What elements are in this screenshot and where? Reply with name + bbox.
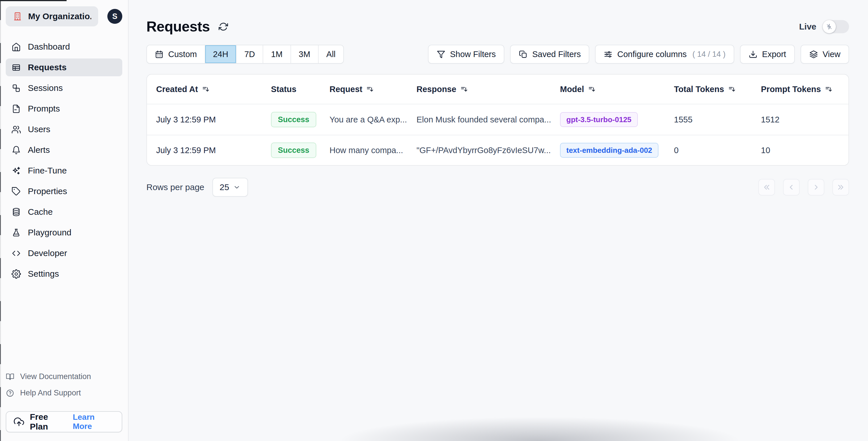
- time-range-7d[interactable]: 7D: [237, 45, 263, 63]
- refresh-icon: [218, 22, 228, 32]
- view-button[interactable]: View: [801, 45, 849, 64]
- sliders-icon: [603, 50, 613, 59]
- live-toggle-group: Live: [799, 20, 849, 33]
- time-range-24h[interactable]: 24H: [205, 45, 237, 63]
- zap-off-icon: [826, 23, 833, 30]
- column-header-request[interactable]: Request: [330, 84, 416, 94]
- model-badge: text-embedding-ada-002: [560, 143, 658, 158]
- chevron-down-icon: [233, 183, 241, 191]
- saved-filters-button[interactable]: Saved Filters: [510, 45, 589, 64]
- sort-icon: [825, 86, 833, 93]
- sort-icon: [728, 86, 736, 93]
- sort-icon: [588, 86, 596, 93]
- sidebar-item-prompts[interactable]: Prompts: [6, 100, 122, 117]
- pagination-row: Rows per page 25: [146, 178, 849, 197]
- response-cell: "GF+/PAvdYbyrrGo8yFz6vIeSU7w...: [416, 146, 560, 155]
- time-range-all[interactable]: All: [319, 45, 343, 63]
- chevron-right-icon: [812, 183, 820, 191]
- view-documentation-link[interactable]: View Documentation: [6, 372, 122, 381]
- status-badge: Success: [271, 112, 316, 127]
- avatar[interactable]: S: [107, 9, 122, 24]
- sidebar-item-cache[interactable]: Cache: [6, 203, 122, 221]
- sidebar-item-properties[interactable]: Properties: [6, 182, 122, 200]
- chevron-left-icon: [787, 183, 795, 191]
- time-range-custom[interactable]: Custom: [147, 45, 205, 63]
- time-range-1m[interactable]: 1M: [263, 45, 291, 63]
- sidebar-item-users[interactable]: Users: [6, 121, 122, 138]
- sidebar-item-sessions[interactable]: Sessions: [6, 79, 122, 97]
- sidebar-item-label: Settings: [28, 269, 59, 279]
- tag-icon: [11, 186, 21, 196]
- org-header: My Organizatio... S: [6, 6, 122, 26]
- column-header-total-tokens[interactable]: Total Tokens: [674, 84, 761, 94]
- live-label: Live: [799, 22, 816, 32]
- status-cell: Success: [271, 112, 330, 127]
- org-switcher[interactable]: My Organizatio...: [6, 6, 98, 26]
- prompt-tokens-cell: 1512: [761, 115, 839, 125]
- table-actions: Show Filters Saved Filters Configure col…: [428, 45, 849, 64]
- learn-more-link[interactable]: Learn More: [73, 413, 114, 431]
- time-range-label: Custom: [168, 49, 197, 59]
- refresh-button[interactable]: [218, 22, 228, 32]
- column-header-model[interactable]: Model: [560, 84, 674, 94]
- column-header-status[interactable]: Status: [271, 84, 330, 94]
- sidebar-item-settings[interactable]: Settings: [6, 265, 122, 283]
- export-button[interactable]: Export: [740, 45, 795, 64]
- download-icon: [749, 50, 757, 59]
- plan-name: Free Plan: [30, 412, 67, 432]
- book-open-icon: [6, 372, 14, 381]
- sidebar-item-label: Sessions: [28, 83, 63, 93]
- sidebar-item-label: Playground: [28, 228, 71, 237]
- flask-icon: [11, 228, 21, 237]
- model-cell: gpt-3.5-turbo-0125: [560, 112, 674, 127]
- created-at-cell: July 3 12:59 PM: [156, 115, 271, 125]
- sidebar-item-requests[interactable]: Requests: [6, 59, 122, 76]
- bell-icon: [11, 145, 21, 155]
- chevrons-left-icon: [763, 183, 771, 191]
- screen-edge-artifact-top: [0, 0, 67, 1]
- previous-page-button[interactable]: [783, 179, 800, 196]
- sidebar-item-label: Alerts: [28, 145, 50, 155]
- table-header-row: Created At Status Request Response Model…: [147, 74, 848, 104]
- configure-columns-button[interactable]: Configure columns ( 14 / 14 ): [595, 45, 734, 64]
- title-row: Requests Live: [146, 19, 849, 35]
- response-cell: Elon Musk founded several compa...: [416, 115, 560, 125]
- prompt-tokens-cell: 10: [761, 146, 839, 155]
- sidebar-item-developer[interactable]: Developer: [6, 244, 122, 262]
- sidebar-item-label: Developer: [28, 248, 67, 258]
- live-toggle[interactable]: [823, 20, 849, 33]
- request-cell: You are a Q&A exp...: [330, 115, 416, 125]
- sidebar: My Organizatio... S Dashboard Requests S…: [0, 0, 129, 441]
- rows-per-page-select[interactable]: 25: [212, 178, 248, 197]
- sidebar-item-alerts[interactable]: Alerts: [6, 141, 122, 159]
- first-page-button[interactable]: [758, 179, 775, 196]
- table-row[interactable]: July 3 12:59 PM Success How many compa..…: [147, 135, 848, 165]
- column-header-prompt-tokens[interactable]: Prompt Tokens: [761, 84, 839, 94]
- sidebar-item-dashboard[interactable]: Dashboard: [6, 38, 122, 56]
- time-range-segmented-control: Custom 24H 7D 1M 3M All: [146, 45, 344, 64]
- document-icon: [11, 104, 21, 113]
- time-range-3m[interactable]: 3M: [291, 45, 319, 63]
- requests-table: Created At Status Request Response Model…: [146, 74, 849, 166]
- sort-icon: [366, 86, 374, 93]
- rows-per-page-value: 25: [220, 182, 229, 192]
- sort-icon: [202, 86, 210, 93]
- status-cell: Success: [271, 142, 330, 158]
- model-badge: gpt-3.5-turbo-0125: [560, 112, 638, 127]
- show-filters-button[interactable]: Show Filters: [428, 45, 505, 64]
- window-bottom-shadow: [312, 415, 817, 441]
- footer-link-label: Help And Support: [20, 388, 81, 398]
- free-plan-card[interactable]: Free Plan Learn More: [6, 411, 122, 432]
- table-row[interactable]: July 3 12:59 PM Success You are a Q&A ex…: [147, 104, 848, 135]
- total-tokens-cell: 1555: [674, 115, 761, 125]
- sidebar-item-playground[interactable]: Playground: [6, 224, 122, 241]
- last-page-button[interactable]: [832, 179, 849, 196]
- sidebar-item-label: Properties: [28, 186, 67, 196]
- column-header-created-at[interactable]: Created At: [156, 84, 271, 94]
- help-and-support-link[interactable]: Help And Support: [6, 388, 122, 398]
- next-page-button[interactable]: [808, 179, 825, 196]
- column-header-response[interactable]: Response: [416, 84, 560, 94]
- sidebar-item-label: Dashboard: [28, 42, 70, 52]
- request-cell: How many compa...: [330, 146, 416, 155]
- sidebar-item-fine-tune[interactable]: Fine-Tune: [6, 162, 122, 179]
